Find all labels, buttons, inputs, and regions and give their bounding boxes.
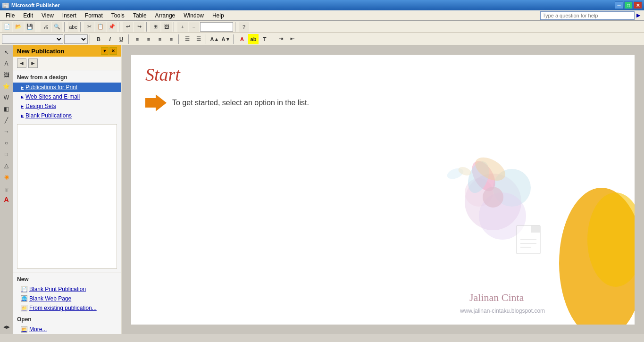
sep3 (80, 22, 82, 32)
save-btn[interactable]: 💾 (25, 22, 35, 32)
title-bar-controls: ─ □ ✕ (615, 1, 642, 9)
open-more-btn[interactable]: 📂 More... (13, 325, 121, 334)
maximize-button[interactable]: □ (624, 1, 633, 9)
picture-tool[interactable]: 🖼 (1, 70, 12, 80)
paste-btn[interactable]: 📌 (107, 22, 117, 32)
menu-arrange[interactable]: Arrange (151, 11, 179, 20)
insert-img-btn[interactable]: 🖼 (161, 22, 172, 32)
new-btn[interactable]: 📄 (2, 22, 12, 32)
print-btn[interactable]: 🖨 (41, 22, 51, 32)
design-gallery-tool[interactable]: ◧ (1, 104, 12, 114)
redo-btn[interactable]: ↪ (134, 22, 144, 32)
font-size-select[interactable] (64, 34, 88, 44)
svg-text:Jalinan Cinta: Jalinan Cinta (469, 292, 524, 303)
autoshapes-tool[interactable]: △ (1, 160, 12, 171)
underline-btn[interactable]: U (116, 34, 126, 44)
title-bar-left: 📰 Microsoft Publisher (2, 2, 60, 9)
new-blank-web-btn[interactable]: 🌐 Blank Web Page (13, 294, 121, 303)
draw-line-tool[interactable]: ╱ (1, 115, 12, 125)
svg-marker-18 (531, 225, 540, 233)
fmt-sep5 (233, 34, 235, 44)
sidebar-item-publications-print[interactable]: ▶ Publications for Print (13, 83, 121, 92)
indent-btn[interactable]: ⇥ (276, 34, 286, 44)
text-color-btn[interactable]: T (259, 34, 270, 44)
sidebar-title: New Publication (17, 48, 64, 55)
undo-btn[interactable]: ↩ (123, 22, 133, 32)
line-color-tool[interactable]: ╔ (1, 183, 12, 193)
bold-btn[interactable]: B (93, 34, 104, 44)
close-button[interactable]: ✕ (634, 1, 642, 9)
menu-table[interactable]: Table (129, 11, 151, 20)
menu-help[interactable]: Help (209, 11, 228, 20)
more-tools-btn[interactable]: ◀▶ (1, 322, 12, 332)
new-blank-print-btn[interactable]: 📄 Blank Print Publication (13, 284, 121, 294)
sidebar-close-btn[interactable]: ✕ (109, 47, 117, 55)
sidebar-new-section-label: New (13, 273, 121, 284)
sidebar-panel: New Publication ▼ ✕ ◄ ► New from a desig… (13, 45, 122, 334)
increase-font-btn[interactable]: A▲ (209, 34, 220, 44)
menu-file[interactable]: File (2, 11, 18, 20)
font-name-select[interactable] (2, 34, 63, 44)
decorative-background: Jalinan Cinta www.jalinan-cintaku.blogsp… (399, 145, 635, 325)
align-left-btn[interactable]: ≡ (132, 34, 142, 44)
fill-color-tool[interactable]: ◉ (1, 172, 12, 182)
start-subtitle: To get started, select an option in the … (172, 99, 309, 107)
align-right-btn[interactable]: ≡ (155, 34, 165, 44)
start-subtitle-row: To get started, select an option in the … (145, 94, 620, 111)
draw-arrow-tool[interactable]: → (1, 126, 12, 137)
zoom-in-btn[interactable]: + (177, 22, 188, 32)
highlight-btn[interactable]: ab (248, 34, 259, 44)
sidebar-item-websites-email[interactable]: ▶ Web Sites and E-mail (13, 92, 121, 101)
menu-insert[interactable]: Insert (59, 11, 80, 20)
sidebar-dropdown-btn[interactable]: ▼ (101, 47, 109, 55)
svg-marker-0 (145, 94, 167, 111)
menu-view[interactable]: View (38, 11, 58, 20)
cut-btn[interactable]: ✂ (84, 22, 94, 32)
help-box: ▶ (540, 11, 642, 20)
zoom-input[interactable]: 50% (200, 22, 233, 32)
numbering-btn[interactable]: ☰ (193, 34, 204, 44)
sidebar-item-blank-publications[interactable]: ▶ Blank Publications (13, 111, 121, 120)
zoom-out-btn[interactable]: − (189, 22, 199, 32)
clip-art-tool[interactable]: ⭐ (1, 81, 12, 92)
open-btn[interactable]: 📂 (13, 22, 24, 32)
blank-print-icon: 📄 (21, 286, 27, 292)
help-search-input[interactable] (540, 11, 635, 20)
copy-btn[interactable]: 📋 (95, 22, 106, 32)
help-search-button[interactable]: ▶ (635, 12, 642, 18)
sidebar-back-btn[interactable]: ◄ (17, 58, 26, 68)
help-btn[interactable]: ? (239, 22, 249, 32)
sidebar-nav: ◄ ► (13, 57, 121, 70)
left-toolstrip: ↖ A 🖼 ⭐ W ◧ ╱ → ○ □ △ ◉ ╔ A ◀▶ (0, 45, 13, 334)
spell-btn[interactable]: abc (68, 22, 78, 32)
insert-table-btn[interactable]: ⊞ (150, 22, 160, 32)
sidebar-preview-area (17, 124, 117, 269)
font-color-side-tool[interactable]: A (1, 194, 12, 205)
menu-tools[interactable]: Tools (108, 11, 128, 20)
menu-window[interactable]: Window (180, 11, 208, 20)
start-title: Start (145, 64, 620, 85)
expand-arrow: ▶ (21, 95, 24, 99)
outdent-btn[interactable]: ⇤ (287, 34, 297, 44)
menu-format[interactable]: Format (81, 11, 107, 20)
fmt-sep3 (178, 34, 180, 44)
minimize-button[interactable]: ─ (615, 1, 623, 9)
print-preview-btn[interactable]: 🔍 (52, 22, 62, 32)
justify-btn[interactable]: ≡ (166, 34, 176, 44)
align-center-btn[interactable]: ≡ (143, 34, 154, 44)
draw-rect-tool[interactable]: □ (1, 149, 12, 159)
sep4 (119, 22, 121, 32)
italic-btn[interactable]: I (105, 34, 115, 44)
sidebar-forward-btn[interactable]: ► (28, 58, 38, 68)
bullets-btn[interactable]: ☰ (182, 34, 192, 44)
draw-oval-tool[interactable]: ○ (1, 138, 12, 148)
font-color-btn[interactable]: A (237, 34, 247, 44)
from-existing-btn[interactable]: 📁 From existing publication... (13, 303, 121, 313)
decrease-font-btn[interactable]: A▼ (221, 34, 231, 44)
menu-edit[interactable]: Edit (19, 11, 37, 20)
app-icon: 📰 (2, 2, 9, 9)
pointer-tool[interactable]: ↖ (1, 47, 12, 58)
text-tool[interactable]: A (1, 58, 12, 69)
sidebar-item-design-sets[interactable]: ▶ Design Sets (13, 101, 121, 111)
wordart-tool[interactable]: W (1, 92, 12, 103)
